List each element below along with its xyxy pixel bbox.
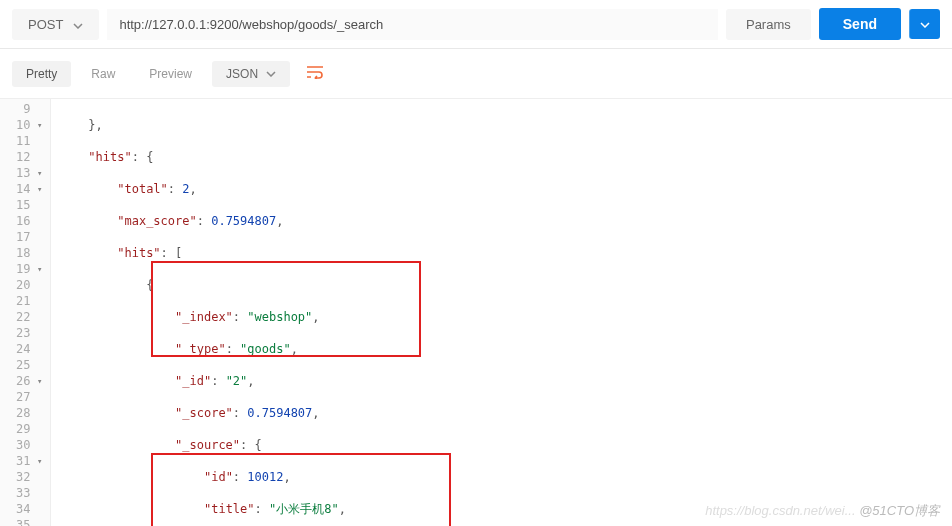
line-number: 16 (16, 213, 42, 229)
format-label: JSON (226, 67, 258, 81)
line-number: 31▾ (16, 453, 42, 469)
url-input[interactable] (107, 9, 718, 40)
response-tabs: Pretty Raw Preview JSON (0, 49, 952, 99)
code-area: 9 10▾11 12 13▾14▾15 16 17 18 19▾20 21 22… (0, 99, 952, 526)
line-number: 13▾ (16, 165, 42, 181)
line-number: 21 (16, 293, 42, 309)
line-number: 35 (16, 517, 42, 526)
line-number: 20 (16, 277, 42, 293)
http-method-dropdown[interactable]: POST (12, 9, 99, 40)
line-number: 9 (16, 101, 42, 117)
send-dropdown-button[interactable] (909, 9, 940, 39)
line-number: 18 (16, 245, 42, 261)
line-number: 11 (16, 133, 42, 149)
wrap-icon (306, 65, 324, 79)
params-button[interactable]: Params (726, 9, 811, 40)
line-number: 24 (16, 341, 42, 357)
line-number: 10▾ (16, 117, 42, 133)
line-number: 28 (16, 405, 42, 421)
line-number: 33 (16, 485, 42, 501)
code-content[interactable]: }, "hits": { "total": 2, "max_score": 0.… (51, 99, 471, 526)
request-bar: POST Params Send (0, 0, 952, 49)
watermark: https://blog.csdn.net/wei... @51CTO博客 (705, 502, 940, 520)
send-button[interactable]: Send (819, 8, 901, 40)
line-number: 30 (16, 437, 42, 453)
line-number: 23 (16, 325, 42, 341)
format-dropdown[interactable]: JSON (212, 61, 290, 87)
line-number: 29 (16, 421, 42, 437)
line-gutter: 9 10▾11 12 13▾14▾15 16 17 18 19▾20 21 22… (0, 99, 51, 526)
line-number: 26▾ (16, 373, 42, 389)
line-number: 17 (16, 229, 42, 245)
line-number: 14▾ (16, 181, 42, 197)
line-number: 19▾ (16, 261, 42, 277)
line-number: 25 (16, 357, 42, 373)
tab-pretty[interactable]: Pretty (12, 61, 71, 87)
line-number: 27 (16, 389, 42, 405)
chevron-down-icon (266, 71, 276, 77)
line-number: 15 (16, 197, 42, 213)
chevron-down-icon (73, 17, 83, 32)
wrap-lines-button[interactable] (296, 59, 334, 88)
line-number: 12 (16, 149, 42, 165)
tab-preview[interactable]: Preview (135, 61, 206, 87)
tab-raw[interactable]: Raw (77, 61, 129, 87)
line-number: 32 (16, 469, 42, 485)
line-number: 22 (16, 309, 42, 325)
line-number: 34 (16, 501, 42, 517)
http-method-label: POST (28, 17, 63, 32)
